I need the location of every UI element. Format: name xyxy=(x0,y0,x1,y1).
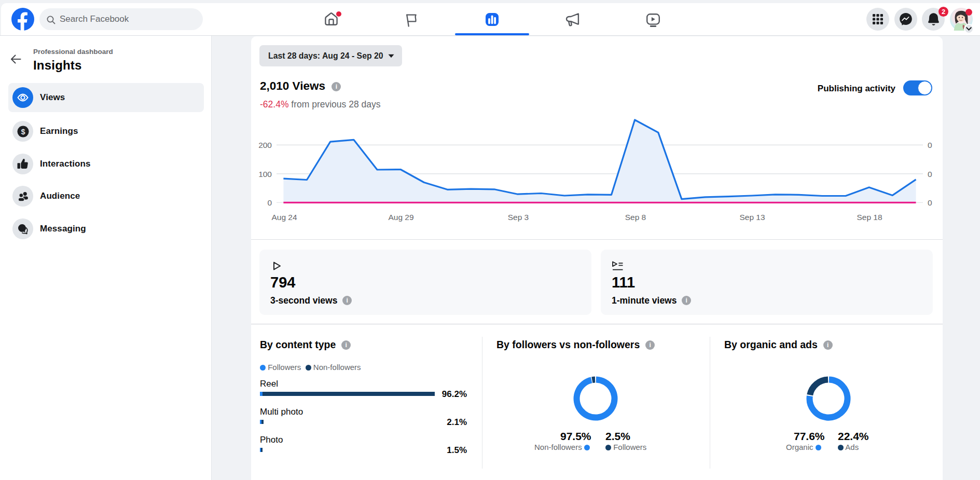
svg-text:Aug 29: Aug 29 xyxy=(388,213,413,222)
svg-text:Sep 13: Sep 13 xyxy=(739,213,765,222)
svg-text:100: 100 xyxy=(258,170,272,179)
svg-text:Sep 18: Sep 18 xyxy=(857,213,882,222)
svg-text:0: 0 xyxy=(928,141,932,149)
svg-text:$: $ xyxy=(21,127,25,135)
svg-text:0: 0 xyxy=(928,198,932,207)
svg-text:Aug 24: Aug 24 xyxy=(271,213,297,222)
svg-text:Sep 8: Sep 8 xyxy=(625,213,646,222)
svg-text:200: 200 xyxy=(258,141,272,149)
svg-text:0: 0 xyxy=(267,198,272,207)
svg-text:Sep 3: Sep 3 xyxy=(508,213,529,222)
svg-text:0: 0 xyxy=(928,170,932,179)
